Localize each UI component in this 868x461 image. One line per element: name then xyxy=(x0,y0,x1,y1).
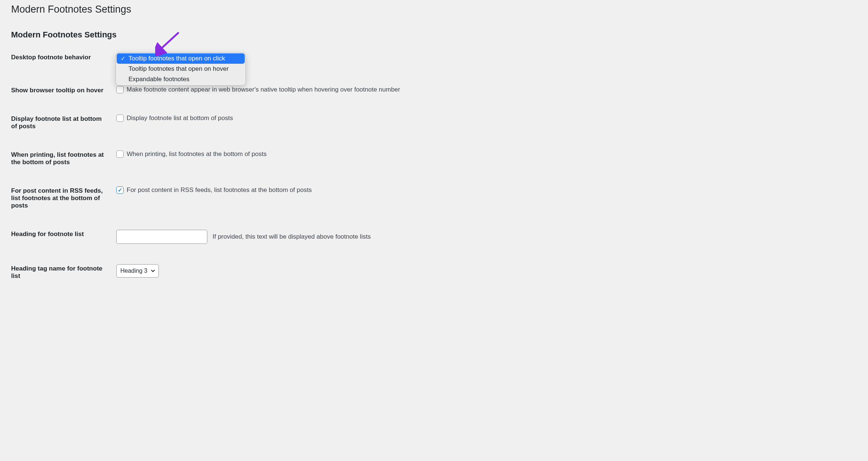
row-desktop-behavior: Desktop footnote behavior ✓ Tooltip foot… xyxy=(11,53,857,66)
section-title: Modern Footnotes Settings xyxy=(11,30,857,40)
label-display-list: Display footnote list at bottom of posts xyxy=(11,115,116,130)
checkbox-wrapper-display-list: Display footnote list at bottom of posts xyxy=(116,115,233,122)
desktop-behavior-select-container: ✓ Tooltip footnotes that open on click ✓… xyxy=(116,53,248,66)
row-display-list: Display footnote list at bottom of posts… xyxy=(11,115,857,130)
row-printing: When printing, list footnotes at the bot… xyxy=(11,150,857,166)
checkbox-wrapper-rss: For post content in RSS feeds, list foot… xyxy=(116,186,312,194)
label-rss: For post content in RSS feeds, list foot… xyxy=(11,186,116,209)
label-heading-tag: Heading tag name for footnote list xyxy=(11,264,116,280)
checkbox-label-browser-tooltip: Make footnote content appear in web brow… xyxy=(127,86,400,93)
dropdown-option-label: Tooltip footnotes that open on click xyxy=(128,55,225,62)
checkbox-display-list[interactable] xyxy=(116,115,124,122)
row-heading-tag: Heading tag name for footnote list Headi… xyxy=(11,264,857,280)
dropdown-option-hover[interactable]: ✓ Tooltip footnotes that open on hover xyxy=(117,64,245,74)
dropdown-option-expandable[interactable]: ✓ Expandable footnotes xyxy=(117,74,245,84)
row-rss: For post content in RSS feeds, list foot… xyxy=(11,186,857,209)
input-heading-text[interactable] xyxy=(116,230,207,244)
row-heading-text: Heading for footnote list If provided, t… xyxy=(11,230,857,244)
checkbox-label-display-list: Display footnote list at bottom of posts xyxy=(127,115,233,122)
select-heading-tag-value: Heading 3 xyxy=(120,268,147,274)
label-heading-text: Heading for footnote list xyxy=(11,230,116,238)
dropdown-option-label: Tooltip footnotes that open on hover xyxy=(128,65,228,73)
page-title: Modern Footnotes Settings xyxy=(11,4,857,15)
dropdown-option-click[interactable]: ✓ Tooltip footnotes that open on click xyxy=(117,53,245,64)
select-heading-tag[interactable]: Heading 3 xyxy=(116,264,159,278)
checkbox-wrapper-browser-tooltip: Make footnote content appear in web brow… xyxy=(116,86,400,93)
checkbox-label-printing: When printing, list footnotes at the bot… xyxy=(127,150,267,158)
desktop-behavior-dropdown[interactable]: ✓ Tooltip footnotes that open on click ✓… xyxy=(116,52,246,86)
hint-heading-text: If provided, this text will be displayed… xyxy=(213,233,371,241)
checkbox-wrapper-printing: When printing, list footnotes at the bot… xyxy=(116,150,267,158)
dropdown-option-label: Expandable footnotes xyxy=(128,76,189,83)
checkbox-rss[interactable] xyxy=(116,186,124,194)
label-browser-tooltip: Show browser tooltip on hover xyxy=(11,86,116,94)
settings-form: Desktop footnote behavior ✓ Tooltip foot… xyxy=(11,53,857,280)
checkbox-browser-tooltip[interactable] xyxy=(116,86,124,93)
chevron-down-icon xyxy=(150,268,156,273)
checkbox-printing[interactable] xyxy=(116,150,124,158)
label-desktop-behavior: Desktop footnote behavior xyxy=(11,53,116,61)
row-browser-tooltip: Show browser tooltip on hover Make footn… xyxy=(11,86,857,94)
label-printing: When printing, list footnotes at the bot… xyxy=(11,150,116,166)
checkbox-label-rss: For post content in RSS feeds, list foot… xyxy=(127,186,312,194)
check-icon: ✓ xyxy=(120,55,126,62)
